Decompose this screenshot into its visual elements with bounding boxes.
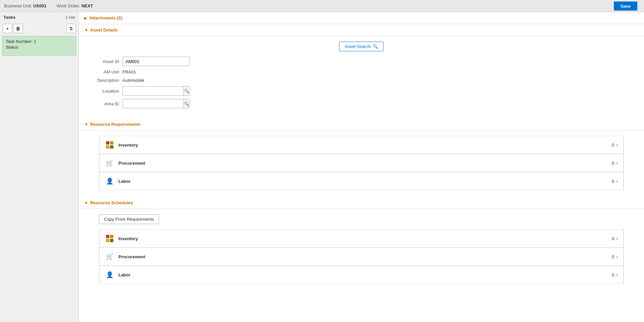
- work-order-label: Work Order:: [56, 3, 80, 8]
- sidebar-toolbar-left: + 🗑: [3, 24, 23, 33]
- asset-id-input[interactable]: [122, 57, 190, 66]
- description-value: Automobile: [122, 78, 144, 83]
- trash-icon: 🗑: [16, 26, 20, 31]
- am-unit-label: AM Unit: [79, 69, 119, 74]
- main-layout: Tasks 1 row + 🗑 ⇅ Task Number: 1 Sta: [0, 12, 644, 322]
- task-status-label: Status:: [6, 45, 19, 50]
- attachments-title: Attachments (0): [89, 15, 122, 20]
- sched-labor-chevron: ›: [616, 272, 618, 277]
- search-icon: 🔍: [373, 44, 378, 49]
- sched-procurement-icon: 🛒: [105, 252, 114, 261]
- business-unit-label: Business Unit:: [4, 3, 32, 8]
- description-row: Description Automobile: [79, 78, 644, 83]
- asset-id-row: Asset ID: [79, 57, 644, 66]
- copy-from-requirements-button[interactable]: Copy From Requirements: [99, 214, 159, 224]
- business-unit-item: Business Unit: US001: [4, 3, 46, 8]
- sidebar-toolbar: + 🗑 ⇅: [0, 22, 78, 35]
- sched-procurement-label: Procurement: [118, 254, 612, 259]
- business-unit-value: US001: [33, 3, 47, 8]
- location-search-icon[interactable]: 🔍: [183, 87, 189, 95]
- sched-labor-count: 0: [612, 272, 614, 277]
- req-inventory-label: Inventory: [118, 143, 612, 148]
- sidebar: Tasks 1 row + 🗑 ⇅ Task Number: 1 Sta: [0, 12, 79, 322]
- top-bar: Business Unit: US001 Work Order: NEXT Sa…: [0, 0, 644, 12]
- asset-details-section-header[interactable]: ▼ Asset Details: [79, 24, 644, 36]
- resource-requirements-section-header[interactable]: ▼ Resource Requirements: [79, 118, 644, 130]
- req-labor-item[interactable]: 👤 Labor 0 ›: [99, 172, 624, 190]
- req-labor-label: Labor: [118, 179, 612, 184]
- sched-procurement-item[interactable]: 🛒 Procurement 0 ›: [99, 248, 624, 266]
- area-id-input[interactable]: [123, 99, 183, 108]
- req-procurement-label: Procurement: [118, 161, 612, 166]
- plus-icon: +: [6, 26, 9, 31]
- sort-button[interactable]: ⇅: [66, 24, 76, 33]
- add-task-button[interactable]: +: [3, 24, 12, 33]
- task-number: Task Number: 1: [6, 39, 73, 44]
- resource-schedules-title: Resource Schedules: [90, 200, 133, 205]
- req-procurement-icon: 🛒: [105, 158, 114, 168]
- sched-procurement-chevron: ›: [616, 254, 618, 259]
- save-button[interactable]: Save: [614, 1, 637, 10]
- location-row: Location 🔍: [79, 86, 644, 96]
- content-area: ▶ Attachments (0) ▼ Asset Details Asset …: [79, 12, 644, 322]
- sidebar-title: Tasks: [3, 15, 15, 20]
- work-order-value: NEXT: [82, 3, 93, 8]
- area-id-search-icon[interactable]: 🔍: [183, 99, 189, 108]
- resource-schedules-section-header[interactable]: ▼ Resource Schedules: [79, 197, 644, 209]
- location-input-container: 🔍: [122, 86, 190, 96]
- description-label: Description: [79, 78, 119, 83]
- asset-details-title: Asset Details: [90, 28, 118, 33]
- req-procurement-item[interactable]: 🛒 Procurement 0 ›: [99, 154, 624, 172]
- req-inventory-icon: [105, 140, 114, 150]
- sidebar-count: 1 row: [65, 15, 75, 20]
- req-procurement-count: 0: [612, 161, 614, 166]
- resource-requirements-content: Inventory 0 › 🛒 Procurement 0 ›: [79, 130, 644, 197]
- area-id-row: Area ID 🔍: [79, 99, 644, 108]
- req-procurement-chevron: ›: [616, 160, 618, 166]
- sched-labor-icon: 👤: [105, 270, 114, 279]
- delete-task-button[interactable]: 🗑: [13, 24, 23, 33]
- task-number-value: 1: [34, 39, 36, 44]
- asset-details-toggle-icon: ▼: [84, 28, 88, 33]
- resource-requirements-box: Inventory 0 › 🛒 Procurement 0 ›: [99, 136, 624, 190]
- sort-icon: ⇅: [69, 26, 73, 31]
- area-id-input-container: 🔍: [122, 99, 190, 108]
- am-unit-value: FRA01: [122, 69, 136, 74]
- am-unit-row: AM Unit FRA01: [79, 69, 644, 74]
- sched-inventory-item[interactable]: Inventory 0 ›: [99, 230, 624, 248]
- sched-inventory-icon: [105, 234, 114, 243]
- sidebar-header: Tasks 1 row: [0, 12, 78, 22]
- asset-id-label: Asset ID: [79, 59, 119, 64]
- location-label: Location: [79, 89, 119, 94]
- req-labor-chevron: ›: [616, 178, 618, 184]
- resource-schedules-box: Inventory 0 › 🛒 Procurement 0 ›: [99, 229, 624, 284]
- task-number-label: Task Number:: [6, 39, 33, 44]
- req-inventory-count: 0: [612, 143, 614, 148]
- task-status: Status:: [6, 45, 73, 50]
- resource-requirements-title: Resource Requirements: [90, 122, 141, 127]
- sched-procurement-count: 0: [612, 254, 614, 259]
- sched-labor-item[interactable]: 👤 Labor 0 ›: [99, 266, 624, 284]
- resource-schedules-toggle-icon: ▼: [84, 201, 88, 205]
- area-id-label: Area ID: [79, 101, 119, 106]
- asset-details-content: Asset Search 🔍 Asset ID AM Unit FRA01 De…: [79, 36, 644, 118]
- work-order-item: Work Order: NEXT: [56, 3, 93, 8]
- asset-search-button[interactable]: Asset Search 🔍: [339, 42, 384, 51]
- sched-inventory-label: Inventory: [118, 236, 612, 241]
- resource-requirements-toggle-icon: ▼: [84, 122, 88, 127]
- sched-inventory-count: 0: [612, 236, 614, 241]
- location-input[interactable]: [123, 87, 183, 95]
- asset-search-row: Asset Search 🔍: [79, 42, 644, 51]
- attachments-toggle-icon: ▶: [84, 16, 87, 20]
- sched-inventory-chevron: ›: [616, 236, 618, 241]
- req-inventory-chevron: ›: [616, 142, 618, 148]
- req-labor-icon: 👤: [105, 176, 114, 186]
- task-card[interactable]: Task Number: 1 Status:: [2, 36, 76, 56]
- resource-schedules-content: Copy From Requirements Inventory 0 ›: [79, 209, 644, 290]
- req-labor-count: 0: [612, 179, 614, 184]
- req-inventory-item[interactable]: Inventory 0 ›: [99, 136, 624, 154]
- sched-labor-label: Labor: [118, 272, 612, 277]
- attachments-section-header[interactable]: ▶ Attachments (0): [79, 12, 644, 24]
- asset-search-label: Asset Search: [345, 44, 371, 49]
